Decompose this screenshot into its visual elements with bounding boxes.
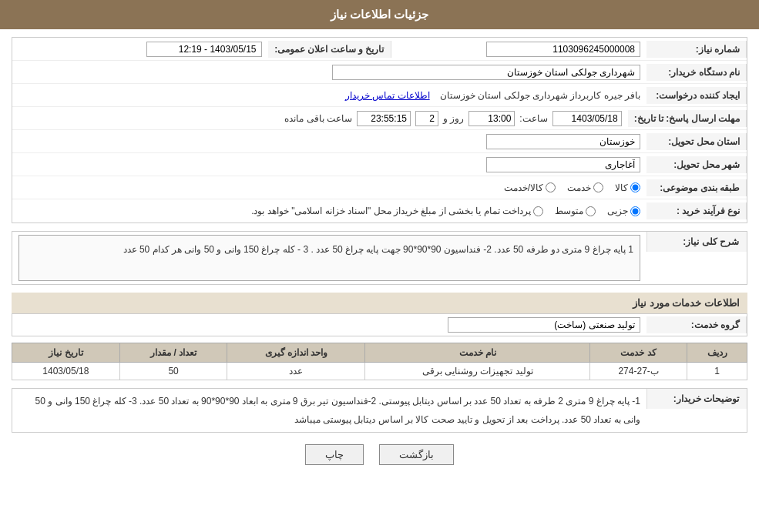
buyer-org-input[interactable] (332, 65, 640, 80)
announcement-date-input[interactable] (146, 42, 262, 57)
radio-jozi-input[interactable] (630, 206, 640, 216)
cell-date: 1403/05/18 (12, 363, 120, 380)
buyer-desc-content: 1- پایه چراغ 9 متری 2 طرفه به تعداد 50 ع… (12, 389, 646, 432)
need-number-value (391, 38, 647, 60)
deadline-days-input[interactable] (415, 111, 438, 126)
buyer-desc-row: توضیحات خریدار: 1- پایه چراغ 9 متری 2 طر… (12, 389, 747, 432)
narration-box: 1 پایه چراغ 9 متری دو طرفه 50 عدد. 2- فن… (18, 235, 640, 281)
col-name: نام خدمت (365, 343, 590, 363)
table-header-row: ردیف کد خدمت نام خدمت واحد اندازه گیری ت… (12, 343, 747, 363)
cell-row: 1 (687, 363, 747, 380)
radio-kala-khedmat-label: کالا/خدمت (504, 182, 543, 193)
row-buyer-org: نام دستگاه خریدار: (12, 61, 747, 84)
service-group-label: گروه خدمت: (646, 316, 747, 333)
radio-mota-vaset-label: متوسط (555, 206, 583, 216)
requester-link[interactable]: اطلاعات تماس خریدار (345, 90, 430, 101)
row-category: طبقه بندی موضوعی: کالا خدمت کالا/خدمت (12, 176, 747, 199)
col-date: تاریخ نیاز (12, 343, 120, 363)
row-deadline: مهلت ارسال پاسخ: تا تاریخ: ساعت: روز و س… (12, 107, 747, 130)
row-city: شهر محل تحویل: (12, 153, 747, 176)
announcement-date-value (12, 38, 268, 60)
city-input[interactable] (486, 157, 640, 172)
page-title: جزئیات اطلاعات نیاز (331, 8, 428, 21)
narration-row: شرح کلی نیاز: 1 پایه چراغ 9 متری دو طرفه… (12, 232, 747, 284)
announcement-date-label: تاریخ و ساعت اعلان عمومی: (268, 41, 391, 58)
buyer-org-value (12, 62, 646, 83)
narration-label: شرح کلی نیاز: (646, 232, 747, 252)
services-table: ردیف کد خدمت نام خدمت واحد اندازه گیری ت… (12, 343, 747, 380)
cell-name: تولید تجهیزات روشنایی برقی (365, 363, 590, 380)
back-button[interactable]: بازگشت (379, 444, 454, 465)
radio-kala-khedmat-input[interactable] (546, 182, 556, 192)
narration-section: شرح کلی نیاز: 1 پایه چراغ 9 متری دو طرفه… (12, 231, 747, 285)
category-label: طبقه بندی موضوعی: (646, 179, 747, 196)
radio-jozi-label: جزیی (607, 206, 628, 216)
cell-unit: عدد (227, 363, 365, 380)
service-group-row: گروه خدمت: (12, 314, 747, 336)
deadline-time-label: ساعت: (519, 113, 547, 124)
cell-quantity: 50 (119, 363, 227, 380)
buyer-desc-section: توضیحات خریدار: 1- پایه چراغ 9 متری 2 طر… (12, 388, 747, 433)
deadline-remain-label: ساعت باقی مانده (284, 113, 352, 124)
requester-value: بافر جیره کاربرداز شهرداری جولکی استان خ… (12, 87, 646, 104)
radio-jozi[interactable]: جزیی (607, 206, 640, 216)
radio-mota-vaset[interactable]: متوسط (555, 206, 596, 216)
col-row: ردیف (687, 343, 747, 363)
city-value (12, 154, 646, 176)
category-value: کالا خدمت کالا/خدمت (12, 179, 646, 196)
buttons-row: بازگشت چاپ (12, 444, 747, 465)
radio-kala-khedmat[interactable]: کالا/خدمت (504, 182, 556, 193)
purchase-type-value: جزیی متوسط پرداخت تمام یا بخشی از مبلغ خ… (12, 202, 646, 219)
need-number-label: شماره نیاز: (646, 41, 747, 58)
requester-text: بافر جیره کاربرداز شهرداری جولکی استان خ… (440, 90, 640, 101)
main-content: شماره نیاز: تاریخ و ساعت اعلان عمومی: نا… (0, 29, 759, 484)
city-label: شهر محل تحویل: (646, 156, 747, 173)
radio-khedmat-input[interactable] (593, 182, 603, 192)
province-input[interactable] (486, 134, 640, 149)
print-button[interactable]: چاپ (305, 444, 364, 465)
col-unit: واحد اندازه گیری (227, 343, 365, 363)
deadline-label: مهلت ارسال پاسخ: تا تاریخ: (628, 110, 747, 127)
row-need-number: شماره نیاز: تاریخ و ساعت اعلان عمومی: (12, 38, 747, 61)
page-wrapper: جزئیات اطلاعات نیاز شماره نیاز: تاریخ و … (0, 0, 759, 532)
radio-kala-input[interactable] (630, 182, 640, 192)
buyer-desc-label: توضیحات خریدار: (646, 389, 747, 409)
radio-esnad-input[interactable] (533, 206, 543, 216)
col-code: کد خدمت (590, 343, 687, 363)
deadline-time-input[interactable] (468, 111, 515, 126)
col-quantity: تعداد / مقدار (119, 343, 227, 363)
deadline-value: ساعت: روز و ساعت باقی مانده (12, 108, 628, 129)
radio-esnad[interactable]: پرداخت تمام یا بخشی از مبلغ خریداز محل "… (251, 206, 543, 216)
radio-esnad-label: پرداخت تمام یا بخشی از مبلغ خریداز محل "… (251, 206, 531, 216)
services-section-title: اطلاعات خدمات مورد نیاز (12, 293, 747, 314)
table-row: 1ب-27-274تولید تجهیزات روشنایی برقیعدد50… (12, 363, 747, 380)
province-value (12, 131, 646, 152)
cell-code: ب-27-274 (590, 363, 687, 380)
row-province: استان محل تحویل: (12, 130, 747, 153)
radio-kala-label: کالا (615, 182, 628, 193)
row-requester: ایجاد کننده درخواست: بافر جیره کاربرداز … (12, 84, 747, 107)
narration-text: 1 پایه چراغ 9 متری دو طرفه 50 عدد. 2- فن… (12, 232, 646, 284)
buyer-org-label: نام دستگاه خریدار: (646, 64, 747, 81)
radio-mota-vaset-input[interactable] (586, 206, 596, 216)
service-group-value (12, 314, 646, 336)
purchase-type-label: نوع فرآیند خرید : (646, 202, 747, 219)
deadline-date-input[interactable] (552, 111, 622, 126)
need-number-input[interactable] (486, 42, 640, 57)
row-purchase-type: نوع فرآیند خرید : جزیی متوسط پرداخت تمام… (12, 199, 747, 223)
radio-khedmat[interactable]: خدمت (567, 182, 603, 193)
page-header: جزئیات اطلاعات نیاز (0, 0, 759, 29)
deadline-remain-input[interactable] (357, 111, 411, 126)
requester-label: ایجاد کننده درخواست: (646, 87, 747, 104)
radio-khedmat-label: خدمت (567, 182, 591, 193)
service-group-input[interactable] (448, 317, 640, 333)
form-section: شماره نیاز: تاریخ و ساعت اعلان عمومی: نا… (12, 37, 747, 223)
buyer-desc-text: 1- پایه چراغ 9 متری 2 طرفه به تعداد 50 ع… (18, 392, 640, 429)
province-label: استان محل تحویل: (646, 133, 747, 150)
radio-kala[interactable]: کالا (615, 182, 640, 193)
deadline-day-label: روز و (443, 113, 464, 124)
